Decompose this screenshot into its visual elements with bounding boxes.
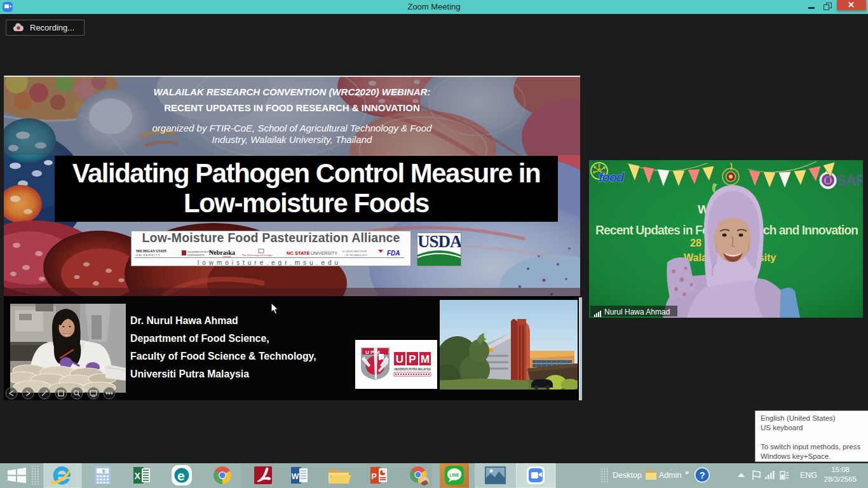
svg-text:e: e xyxy=(177,468,185,483)
svg-text:X: X xyxy=(135,471,141,481)
svg-text:food: food xyxy=(599,170,625,184)
svg-text:M: M xyxy=(421,353,430,365)
svg-text:?: ? xyxy=(700,470,705,480)
svg-text:FDA: FDA xyxy=(387,250,400,257)
svg-text:15:08: 15:08 xyxy=(831,466,850,473)
svg-text:UNIVERSITY: UNIVERSITY xyxy=(136,254,161,257)
svg-text:Admin: Admin xyxy=(659,471,681,480)
svg-text:NC STATE: NC STATE xyxy=(287,250,309,256)
svg-text:UNIVERSITY: UNIVERSITY xyxy=(187,254,205,257)
svg-text:LINE: LINE xyxy=(450,473,459,477)
svg-text:Desktop: Desktop xyxy=(613,471,642,480)
svg-text:ILLINOIS INSTITUTE: ILLINOIS INSTITUTE xyxy=(342,250,367,253)
svg-text:P: P xyxy=(372,472,377,481)
svg-text:ENG: ENG xyxy=(800,471,817,480)
svg-text:W: W xyxy=(292,472,299,481)
svg-text:8: 8 xyxy=(102,469,105,474)
svg-text:U: U xyxy=(396,353,403,365)
svg-text:P: P xyxy=(409,353,416,365)
svg-text:MICHIGAN STATE: MICHIGAN STATE xyxy=(136,249,167,253)
svg-text:Nebraska: Nebraska xyxy=(209,249,235,256)
svg-text:FACULTY OF INDUSTRY: FACULTY OF INDUSTRY xyxy=(837,187,863,191)
svg-text:SAF: SAF xyxy=(836,172,863,189)
svg-text:UNIVERSITY: UNIVERSITY xyxy=(311,251,337,255)
svg-text:28/3/2565: 28/3/2565 xyxy=(824,475,857,483)
svg-text:OF TECHNOLOGY: OF TECHNOLOGY xyxy=(345,254,367,257)
svg-text:The University of Georgia: The University of Georgia xyxy=(242,254,273,257)
svg-text:»: » xyxy=(685,468,689,476)
svg-text:UNIVERSITI PUTRA MALAYSIA: UNIVERSITI PUTRA MALAYSIA xyxy=(394,367,431,371)
